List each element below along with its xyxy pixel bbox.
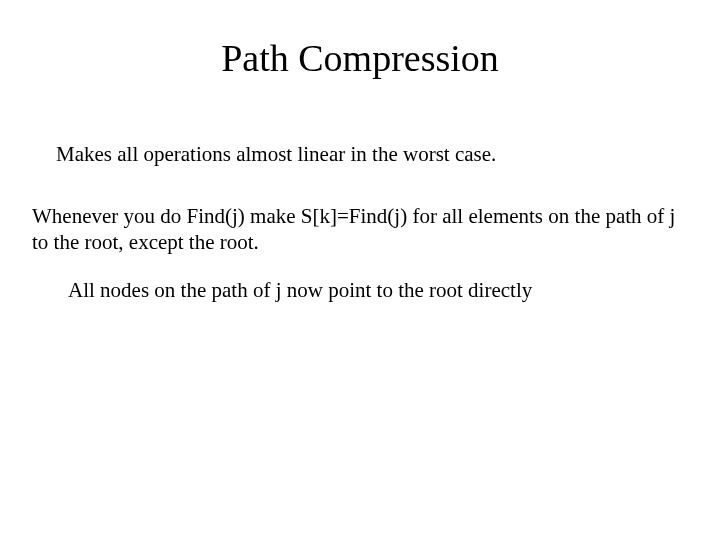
- slide-title: Path Compression: [0, 0, 720, 88]
- paragraph-linear-worst-case: Makes all operations almost linear in th…: [56, 142, 688, 167]
- paragraph-find-operation: Whenever you do Find(j) make S[k]=Find(j…: [32, 203, 688, 256]
- paragraph-root-direct: All nodes on the path of j now point to …: [68, 278, 688, 303]
- slide-content: Makes all operations almost linear in th…: [0, 142, 720, 303]
